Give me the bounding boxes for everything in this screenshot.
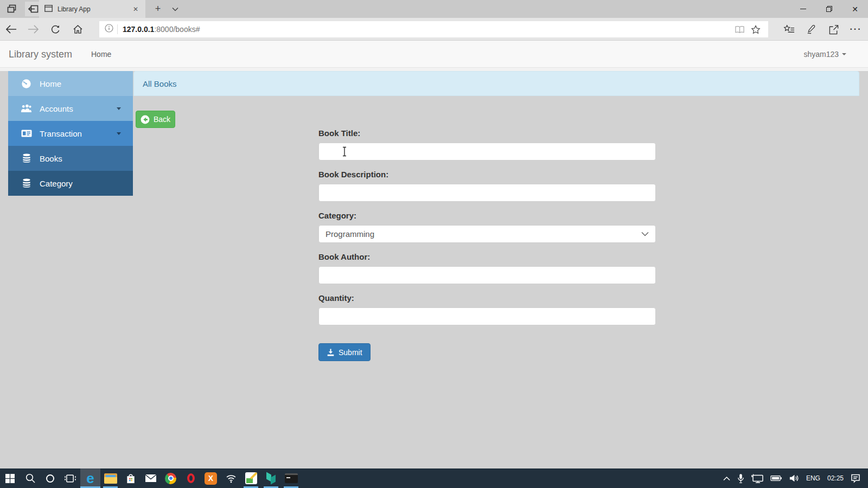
home-icon[interactable] xyxy=(67,18,89,41)
page-icon xyxy=(44,4,53,14)
book-description-input[interactable] xyxy=(318,184,656,202)
close-button[interactable]: ✕ xyxy=(842,0,868,18)
quantity-input[interactable] xyxy=(318,307,656,325)
info-icon[interactable] xyxy=(105,24,113,35)
web-page: Library system Home shyam123 Home xyxy=(0,41,868,468)
category-label: Category: xyxy=(318,211,656,221)
sidebar-item-label: Books xyxy=(40,154,62,163)
browser-commandbar: 127.0.0.1:8000/books# ··· xyxy=(0,18,868,41)
battery-icon[interactable] xyxy=(770,475,782,481)
nav-link-home[interactable]: Home xyxy=(91,41,111,68)
database-icon xyxy=(21,153,32,163)
language-indicator[interactable]: ENG xyxy=(806,474,820,482)
screen: Library App ✕ + ✕ xyxy=(0,0,868,488)
sidebar-item-label: Transaction xyxy=(40,129,82,138)
sidebar: Home Accounts Transaction xyxy=(8,71,133,196)
category-selected-value: Programming xyxy=(326,229,374,239)
sidebar-item-category[interactable]: Category xyxy=(8,171,133,196)
taskbar-image-editor[interactable] xyxy=(241,468,261,488)
database-icon xyxy=(21,178,32,188)
web-note-icon[interactable] xyxy=(800,18,822,41)
url-path: :8000/books# xyxy=(154,25,200,34)
newspaper-icon xyxy=(21,129,32,138)
refresh-icon[interactable] xyxy=(44,18,67,41)
book-author-input[interactable] xyxy=(318,266,656,284)
chevron-down-icon[interactable] xyxy=(168,0,182,18)
taskbar-opera[interactable] xyxy=(181,468,201,488)
sidebar-item-label: Accounts xyxy=(40,104,73,113)
taskbar-store[interactable] xyxy=(120,468,141,488)
book-author-label: Book Author: xyxy=(318,252,656,262)
sidebar-item-label: Category xyxy=(40,179,73,188)
network-display-icon[interactable] xyxy=(751,473,763,483)
browser-tab[interactable]: Library App ✕ xyxy=(39,0,145,18)
taskbar-mail[interactable] xyxy=(141,468,161,488)
chevron-down-icon xyxy=(641,232,649,236)
book-description-label: Book Description: xyxy=(318,170,656,179)
task-view-icon[interactable] xyxy=(60,468,80,488)
clock[interactable]: 02:25 xyxy=(827,474,844,482)
taskbar: e X xyxy=(0,468,868,488)
taskbar-edge[interactable]: e xyxy=(80,468,100,488)
submit-button[interactable]: Submit xyxy=(318,343,371,361)
panel-title: All Books xyxy=(143,79,177,88)
gauge-icon xyxy=(21,79,32,89)
search-icon[interactable] xyxy=(20,468,40,488)
panel-heading: All Books xyxy=(133,71,859,96)
speaker-icon[interactable] xyxy=(789,474,799,483)
taskbar-command-prompt[interactable] xyxy=(281,468,301,488)
more-icon[interactable]: ··· xyxy=(845,18,867,41)
circle-arrow-left-icon xyxy=(141,115,150,124)
tab-preview-icon[interactable] xyxy=(3,2,20,16)
chevron-up-icon[interactable] xyxy=(723,476,730,481)
site-navbar: Library system Home shyam123 xyxy=(0,41,868,68)
url-host: 127.0.0.1 xyxy=(123,25,154,34)
share-icon[interactable] xyxy=(822,18,845,41)
restore-button[interactable] xyxy=(816,0,842,18)
taskbar-file-explorer[interactable] xyxy=(100,468,120,488)
site-brand[interactable]: Library system xyxy=(9,41,72,68)
sidebar-item-home[interactable]: Home xyxy=(8,71,133,96)
start-button[interactable] xyxy=(0,468,20,488)
caret-down-icon xyxy=(117,107,121,110)
divider xyxy=(117,24,118,34)
mouse-cursor-ibeam xyxy=(342,146,347,159)
back-button-label: Back xyxy=(154,115,170,124)
action-center-icon[interactable] xyxy=(851,473,860,483)
category-select[interactable]: Programming xyxy=(318,225,656,243)
url-text[interactable]: 127.0.0.1:8000/books# xyxy=(123,25,200,34)
caret-down-icon xyxy=(117,132,121,135)
new-tab-button[interactable]: + xyxy=(151,0,165,18)
close-icon[interactable]: ✕ xyxy=(131,5,140,13)
back-icon[interactable] xyxy=(0,18,22,41)
book-title-input[interactable] xyxy=(318,143,656,160)
reading-view-icon[interactable] xyxy=(731,22,748,37)
back-button[interactable]: Back xyxy=(136,111,175,128)
sidebar-item-books[interactable]: Books xyxy=(8,146,133,171)
page-content: Home Accounts Transaction xyxy=(0,71,868,468)
book-title-label: Book Title: xyxy=(318,129,656,138)
tab-title: Library App xyxy=(58,5,126,13)
star-icon[interactable] xyxy=(748,22,764,37)
sidebar-item-transaction[interactable]: Transaction xyxy=(8,121,133,146)
taskbar-wifi-app[interactable] xyxy=(221,468,241,488)
taskbar-chrome[interactable] xyxy=(161,468,181,488)
book-form: Book Title: Book Description: Category: … xyxy=(318,129,656,361)
forward-icon[interactable] xyxy=(22,18,44,41)
sidebar-item-label: Home xyxy=(40,79,61,88)
address-bar[interactable]: 127.0.0.1:8000/books# xyxy=(99,21,768,37)
user-menu[interactable]: shyam123 xyxy=(803,41,846,68)
minimize-button[interactable] xyxy=(790,0,816,18)
import-icon xyxy=(327,348,335,357)
quantity-label: Quantity: xyxy=(318,293,656,303)
microphone-icon[interactable] xyxy=(737,473,744,484)
sidebar-item-accounts[interactable]: Accounts xyxy=(8,96,133,121)
user-name: shyam123 xyxy=(803,50,839,59)
browser-titlebar: Library App ✕ + ✕ xyxy=(0,0,868,18)
taskbar-xampp[interactable]: X xyxy=(201,468,221,488)
cortana-icon[interactable] xyxy=(40,468,60,488)
taskbar-filmora[interactable] xyxy=(261,468,281,488)
hub-icon[interactable] xyxy=(778,18,800,41)
users-icon xyxy=(21,104,32,113)
caret-down-icon xyxy=(842,53,846,55)
